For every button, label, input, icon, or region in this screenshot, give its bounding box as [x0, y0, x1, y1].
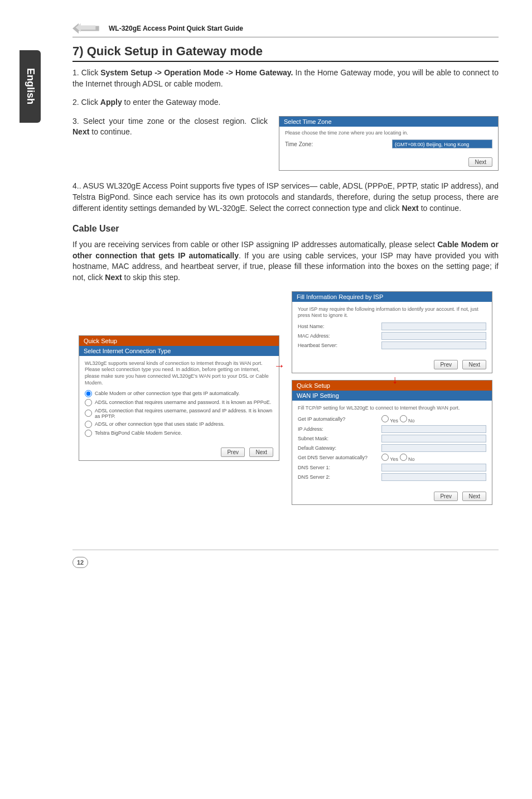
page-footer: 12 [72, 557, 499, 568]
page-header: WL-320gE Access Point Quick Start Guide [72, 22, 499, 37]
heartbeat-label: Heartbeat Server: [298, 343, 381, 348]
mac-input[interactable] [381, 332, 486, 340]
step2-bold: Apply [100, 98, 122, 107]
radio-icon [85, 390, 92, 397]
step4-bold: Next [402, 204, 418, 213]
option1-label: Cable Modem or other connection type tha… [95, 391, 240, 396]
footer-rule [72, 550, 499, 550]
section-heading: 7) Quick Setup in Gateway mode [72, 44, 499, 62]
arrow-right-icon: → [274, 359, 285, 372]
quick-setup-header: Quick Setup [79, 336, 279, 346]
fill-info-screenshot: Fill Information Required by ISP Your IS… [292, 291, 492, 373]
step-4-text: 4.. ASUS WL320gE Access Point supports f… [72, 181, 499, 214]
step3-pre: 3. Select your time zone or the closest … [72, 117, 268, 126]
step-3-text: 3. Select your time zone or the closest … [72, 116, 279, 138]
step1-bold: System Setup -> Operation Mode -> Home G… [100, 68, 293, 77]
quick-setup-prev-button[interactable]: Prev [221, 447, 245, 457]
hostname-input[interactable] [381, 323, 486, 330]
no-label: No [408, 456, 415, 462]
step-1-text: 1. Click System Setup -> Operation Mode … [72, 68, 499, 89]
radio-icon [381, 415, 389, 422]
step1-pre: 1. Click [72, 68, 100, 77]
arrow-down-icon: ↓ [392, 373, 398, 386]
option-cable-modem[interactable]: Cable Modem or other connection type tha… [85, 390, 273, 397]
get-ip-auto-options[interactable]: Yes No [381, 415, 415, 423]
timezone-next-button[interactable]: Next [468, 157, 492, 167]
quick-setup-next-button[interactable]: Next [249, 447, 273, 457]
fill-info-next-button[interactable]: Next [462, 360, 486, 369]
get-ip-auto-label: Get IP automatically? [298, 416, 381, 422]
default-gateway-input[interactable] [381, 444, 486, 452]
option3-label: ADSL connection that requires username, … [95, 408, 273, 419]
wan-ip-prev-button[interactable]: Prev [434, 492, 458, 501]
fill-info-prev-button[interactable]: Prev [434, 360, 458, 369]
step-3-row: 3. Select your time zone or the closest … [72, 116, 499, 171]
default-gateway-label: Default Gateway: [298, 445, 381, 451]
radio-icon [381, 454, 389, 461]
language-tab: English [20, 50, 41, 123]
screenshots-row: Quick Setup Select Internet Connection T… [72, 291, 499, 505]
cable-pre: If you are receiving services from cable… [72, 240, 437, 249]
get-dns-auto-label: Get DNS Server automatically? [298, 455, 381, 460]
option-pppoe[interactable]: ADSL connection that requires username a… [85, 399, 273, 406]
step-2-text: 2. Click Apply to enter the Gateway mode… [72, 97, 499, 108]
step3-bold: Next [72, 127, 89, 136]
wan-ip-next-button[interactable]: Next [462, 492, 486, 501]
dns1-label: DNS Server 1: [298, 465, 381, 470]
quick-setup-subheader: Select Internet Connection Type [79, 346, 279, 356]
no-label: No [408, 418, 415, 423]
radio-icon [400, 415, 407, 422]
radio-icon [85, 421, 92, 428]
subnet-mask-label: Subnet Mask: [298, 436, 381, 441]
get-dns-auto-options[interactable]: Yes No [381, 454, 415, 462]
hostname-label: Host Name: [298, 324, 381, 329]
wan-ip-note: Fill TCP/IP setting for WL320gE to conne… [298, 405, 486, 412]
cable-user-text: If you are receiving services from cable… [72, 239, 499, 283]
timezone-note: Please choose the time zone where you ar… [285, 130, 492, 137]
heartbeat-input[interactable] [381, 341, 486, 349]
option-bigpond[interactable]: Telstra BigPond Cable Modem Service. [85, 430, 273, 437]
page-number: 12 [72, 557, 88, 568]
dns2-label: DNS Server 2: [298, 474, 381, 480]
fill-info-note: Your ISP may require the following infor… [298, 306, 486, 319]
language-tab-label: English [25, 68, 36, 104]
subnet-mask-input[interactable] [381, 435, 486, 442]
timezone-select[interactable]: (GMT+08:00) Beijing, Hong Kong [392, 139, 492, 148]
step3-suf: to continue. [89, 127, 132, 136]
dns2-input[interactable] [381, 473, 486, 481]
option4-label: ADSL or other connection type that uses … [95, 421, 225, 427]
mac-label: MAC Address: [298, 333, 381, 339]
radio-icon [85, 399, 92, 406]
yes-label: Yes [390, 456, 398, 462]
cable-bold2: Next [105, 273, 122, 282]
guide-title: WL-320gE Access Point Quick Start Guide [109, 25, 243, 32]
timezone-header: Select Time Zone [279, 117, 498, 127]
cable-user-heading: Cable User [72, 224, 499, 234]
timezone-screenshot: Select Time Zone Please choose the time … [279, 116, 499, 171]
option5-label: Telstra BigPond Cable Modem Service. [95, 430, 182, 436]
dns1-input[interactable] [381, 464, 486, 471]
ip-address-input[interactable] [381, 425, 486, 433]
yes-label: Yes [390, 418, 398, 423]
step2-suf: to enter the Gateway mode. [122, 98, 221, 107]
timezone-label: Time Zone: [285, 141, 392, 147]
radio-icon [400, 454, 407, 461]
quick-setup-note: WL320gE supports several kinds of connec… [85, 360, 273, 387]
step4-suf: to continue. [419, 204, 461, 213]
option-pptp[interactable]: ADSL connection that requires username, … [85, 408, 273, 419]
fill-info-header: Fill Information Required by ISP [292, 292, 492, 302]
header-arrow-icon [72, 22, 103, 35]
option-static-ip[interactable]: ADSL or other connection type that uses … [85, 421, 273, 428]
quick-setup-screenshot: Quick Setup Select Internet Connection T… [79, 335, 279, 461]
option2-label: ADSL connection that requires username a… [95, 399, 271, 405]
radio-icon [85, 430, 92, 437]
cable-suf: to skip this step. [122, 273, 180, 282]
radio-icon [85, 410, 92, 417]
step2-pre: 2. Click [72, 98, 100, 107]
wan-ip-header2: WAN IP Setting [292, 391, 492, 401]
ip-address-label: IP Address: [298, 426, 381, 432]
wan-ip-screenshot: Quick Setup WAN IP Setting Fill TCP/IP s… [292, 380, 492, 505]
